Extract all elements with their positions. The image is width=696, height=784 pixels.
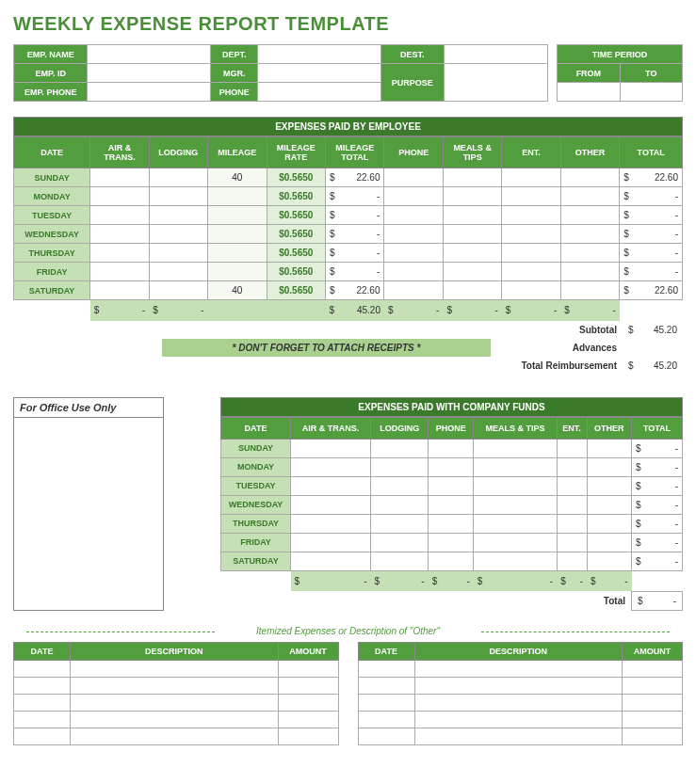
subtotal-label: Subtotal <box>491 321 623 339</box>
cell-other[interactable] <box>560 263 619 281</box>
label-dept: DEPT. <box>211 45 258 64</box>
employee-expenses-banner: EXPENSES PAID BY EMPLOYEE <box>13 117 683 136</box>
cell-other[interactable] <box>560 225 619 244</box>
subtotal-value: $45.20 <box>623 321 683 339</box>
cell-other[interactable] <box>560 206 619 225</box>
cell-air[interactable] <box>90 281 149 300</box>
cell-miletotal: $22.60 <box>326 281 384 300</box>
day-cell: SUNDAY <box>221 439 291 457</box>
input-from[interactable] <box>558 83 620 102</box>
cell-miletotal: $- <box>326 244 384 263</box>
col-header: ENT. <box>502 137 560 168</box>
cell-meals[interactable] <box>443 244 501 263</box>
advances-label: Advances <box>491 339 623 357</box>
day-cell: SATURDAY <box>14 281 90 300</box>
col-header: MILEAGE <box>208 137 267 168</box>
cell-ent[interactable] <box>502 263 560 281</box>
input-emp-id[interactable] <box>88 64 211 83</box>
col-header: TOTAL <box>632 417 683 439</box>
day-cell: MONDAY <box>14 187 90 206</box>
input-mgr[interactable] <box>258 64 381 83</box>
cell-other[interactable] <box>560 281 619 300</box>
cell-lodging[interactable] <box>149 187 207 206</box>
input-to[interactable] <box>620 83 682 102</box>
cell-air[interactable] <box>90 225 149 244</box>
cell-lodging[interactable] <box>149 244 207 263</box>
label-dest: DEST. <box>381 45 444 64</box>
table-row: WEDNESDAY$0.5650$-$- <box>14 225 683 244</box>
table-row: TUESDAY$- <box>221 476 683 495</box>
cell-meals[interactable] <box>443 225 501 244</box>
cell-rate: $0.5650 <box>267 206 325 225</box>
cell-ent[interactable] <box>502 225 560 244</box>
input-phone[interactable] <box>258 83 381 102</box>
cell-rate: $0.5650 <box>267 244 325 263</box>
cell-mileage[interactable] <box>208 187 267 206</box>
cell-lodging[interactable] <box>149 168 207 187</box>
cell-air[interactable] <box>90 263 149 281</box>
table-row: MONDAY$- <box>221 457 683 476</box>
cell-phone[interactable] <box>384 281 443 300</box>
cell-meals[interactable] <box>443 281 501 300</box>
col-header: ENT. <box>557 417 587 439</box>
cell-phone[interactable] <box>384 187 443 206</box>
col-header: AIR & TRANS. <box>291 417 371 439</box>
cell-ent[interactable] <box>502 244 560 263</box>
input-dest[interactable] <box>444 45 548 64</box>
cell-ent[interactable] <box>502 187 560 206</box>
cell-air[interactable] <box>90 187 149 206</box>
cell-mileage[interactable]: 40 <box>208 168 267 187</box>
cell-total: $- <box>632 552 683 570</box>
col-header: AMOUNT <box>623 643 683 661</box>
cell-lodging[interactable] <box>149 206 207 225</box>
cell-mileage[interactable] <box>208 206 267 225</box>
advances-value[interactable] <box>623 339 683 357</box>
col-header: MEALS & TIPS <box>443 137 501 168</box>
input-emp-phone[interactable] <box>88 83 211 102</box>
cell-total: $- <box>620 263 683 281</box>
cell-air[interactable] <box>90 206 149 225</box>
input-purpose[interactable] <box>444 64 548 102</box>
cell-lodging[interactable] <box>149 225 207 244</box>
input-dept[interactable] <box>258 45 381 64</box>
col-header: DATE <box>221 417 291 439</box>
input-emp-name[interactable] <box>88 45 211 64</box>
cell-meals[interactable] <box>443 187 501 206</box>
col-header: MILEAGE TOTAL <box>326 137 384 168</box>
cell-meals[interactable] <box>443 263 501 281</box>
cell-mileage[interactable]: 40 <box>208 281 267 300</box>
cell-mileage[interactable] <box>208 225 267 244</box>
day-cell: FRIDAY <box>221 533 291 552</box>
label-emp-name: EMP. NAME <box>14 45 88 64</box>
cell-lodging[interactable] <box>149 263 207 281</box>
cell-miletotal: $- <box>326 225 384 244</box>
cell-other[interactable] <box>560 244 619 263</box>
cell-phone[interactable] <box>384 206 443 225</box>
cell-ent[interactable] <box>502 168 560 187</box>
cell-phone[interactable] <box>384 225 443 244</box>
cell-phone[interactable] <box>384 263 443 281</box>
cell-phone[interactable] <box>384 168 443 187</box>
cell-total: $- <box>632 439 683 457</box>
cell-meals[interactable] <box>443 168 501 187</box>
cell-meals[interactable] <box>443 206 501 225</box>
funds-total-label: Total <box>575 592 632 611</box>
cell-miletotal: $- <box>326 263 384 281</box>
cell-miletotal: $- <box>326 187 384 206</box>
office-use-area[interactable] <box>14 418 163 587</box>
cell-mileage[interactable] <box>208 244 267 263</box>
cell-other[interactable] <box>560 168 619 187</box>
cell-lodging[interactable] <box>149 281 207 300</box>
cell-ent[interactable] <box>502 281 560 300</box>
cell-phone[interactable] <box>384 244 443 263</box>
table-row: TUESDAY$0.5650$-$- <box>14 206 683 225</box>
company-funds-table: DATEAIR & TRANS.LODGINGPHONEMEALS & TIPS… <box>220 417 683 592</box>
cell-air[interactable] <box>90 244 149 263</box>
cell-air[interactable] <box>90 168 149 187</box>
cell-ent[interactable] <box>502 206 560 225</box>
subtotal-block: Subtotal $45.20 * DON'T FORGET TO ATTACH… <box>13 321 683 375</box>
cell-other[interactable] <box>560 187 619 206</box>
cell-mileage[interactable] <box>208 263 267 281</box>
cell-total: $- <box>620 244 683 263</box>
label-phone: PHONE <box>211 83 258 102</box>
